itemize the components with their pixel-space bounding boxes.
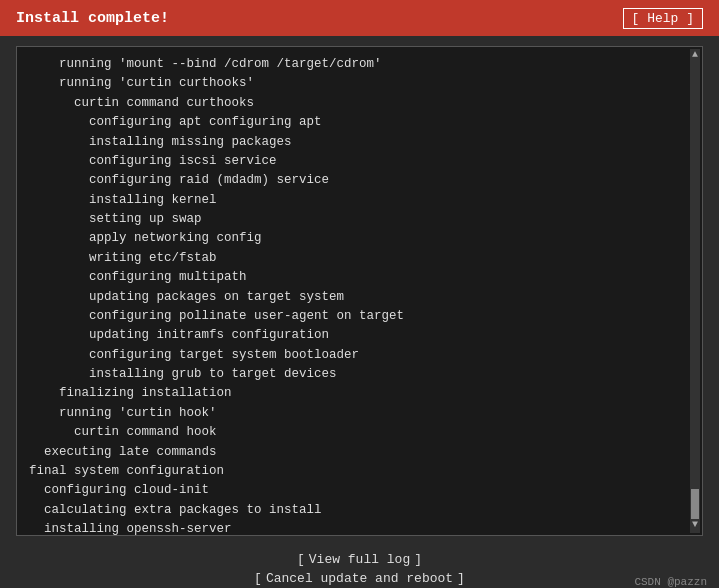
help-button[interactable]: [ Help ] [623, 8, 703, 29]
header-title: Install complete! [16, 10, 169, 27]
scrollbar-up-arrow[interactable]: ▲ [692, 49, 698, 61]
scrollbar-down-arrow[interactable]: ▼ [692, 519, 698, 531]
bracket-close-2: ] [457, 571, 465, 586]
view-log-label: View full log [309, 552, 410, 567]
header: Install complete! [ Help ] [0, 0, 719, 36]
terminal-area: running 'mount --bind /cdrom /target/cdr… [16, 46, 703, 536]
scrollbar[interactable]: ▲ ▼ [690, 49, 700, 533]
bracket-close-1: ] [414, 552, 422, 567]
scrollbar-thumb[interactable] [691, 489, 699, 519]
bracket-open-2: [ [254, 571, 262, 586]
footer: [ View full log ] [ Cancel update and re… [0, 546, 719, 588]
watermark: CSDN @pazzn [634, 576, 707, 588]
cancel-label: Cancel update and reboot [266, 571, 453, 586]
log-output: running 'mount --bind /cdrom /target/cdr… [17, 47, 702, 535]
cancel-reboot-button[interactable]: [ Cancel update and reboot ] [254, 571, 465, 586]
bracket-open-1: [ [297, 552, 305, 567]
view-log-button[interactable]: [ View full log ] [297, 552, 422, 567]
